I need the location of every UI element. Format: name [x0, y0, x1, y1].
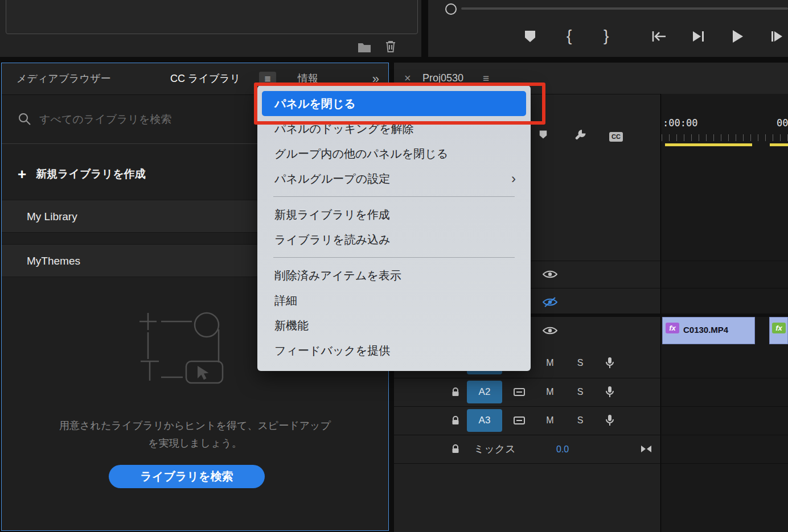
menu-item-panel-group-settings[interactable]: パネルグループの設定 ›	[257, 166, 531, 191]
plus-icon: +	[18, 154, 26, 194]
hint-line-2: を実現しましょう。	[2, 435, 388, 452]
track-badge-a3[interactable]: A3	[467, 409, 502, 432]
fx-badge-icon: fx	[666, 323, 679, 333]
microphone-icon	[605, 362, 615, 372]
closed-captions-icon[interactable]: CC	[609, 132, 623, 142]
step-forward-button[interactable]	[770, 30, 787, 46]
step-forward-icon	[770, 35, 787, 45]
track-a1-voiceover[interactable]	[605, 356, 615, 372]
step-back-icon	[691, 35, 705, 45]
create-library-label: 新規ライブラリを作成	[36, 154, 146, 194]
toggle-track-v1-visibility[interactable]	[543, 325, 557, 338]
ruler-timecode[interactable]: :00:00	[663, 117, 697, 129]
render-bar-yellow-2	[770, 143, 788, 146]
mix-gain-value[interactable]: 0.0	[556, 443, 569, 456]
search-libraries-button[interactable]: ライブラリを検索	[109, 465, 265, 488]
eye-icon	[543, 271, 557, 281]
render-bar-yellow	[665, 143, 752, 146]
project-panel-footer	[0, 0, 421, 57]
track-a2-source-patch[interactable]	[514, 387, 525, 399]
lock-icon	[451, 418, 460, 427]
go-to-in-button[interactable]	[650, 30, 667, 46]
menu-item-close-other-panels[interactable]: グループ内の他のパネルを閉じる	[257, 141, 531, 166]
tab-cc-libraries[interactable]: CC ライブラリ	[170, 63, 240, 94]
timeline-clip-c0130[interactable]: fx C0130.MP4	[662, 317, 755, 344]
menu-item-create-new-library[interactable]: 新規ライブラリを作成	[257, 202, 531, 227]
menu-separator	[273, 196, 515, 197]
panel-context-menu: パネルを閉じる パネルのドッキングを解除 グループ内の他のパネルを閉じる パネル…	[257, 85, 531, 371]
mix-keyframe-navigator[interactable]	[640, 444, 652, 456]
timeline-lane-area[interactable]	[660, 94, 788, 532]
go-to-in-icon	[650, 35, 667, 45]
marker-icon	[538, 131, 548, 141]
track-a2-voiceover[interactable]	[605, 385, 615, 401]
toggle-track-v2-visibility[interactable]	[543, 297, 557, 310]
submenu-arrow-icon: ›	[511, 166, 516, 191]
folder-icon	[357, 41, 372, 56]
trash-icon	[385, 40, 396, 56]
timeline-ruler[interactable]	[662, 134, 788, 141]
play-button[interactable]	[730, 29, 744, 46]
tab-media-browser[interactable]: メディアブラウザー	[17, 63, 110, 94]
track-a3-solo[interactable]: S	[574, 415, 586, 426]
timeline-add-marker-button[interactable]	[538, 130, 548, 142]
library-hint-text: 用意されたライブラリからヒントを得て、スピードアップ を実現しましょう。	[2, 417, 388, 452]
monitor-transport-bar: { }	[428, 0, 788, 57]
mark-in-button[interactable]: {	[567, 27, 572, 44]
menu-separator	[273, 257, 515, 258]
track-a3-lock[interactable]	[451, 415, 460, 428]
delete-button[interactable]	[383, 40, 399, 55]
lock-icon	[451, 389, 460, 399]
hint-line-1: 用意されたライブラリからヒントを得て、スピードアップ	[2, 417, 388, 435]
timeline-clip-partial[interactable]: fx	[769, 317, 788, 344]
zoom-scrollbar-knob[interactable]	[445, 3, 457, 15]
track-a1-mute[interactable]: M	[544, 357, 556, 369]
eye-icon	[543, 328, 557, 337]
track-a3-source-patch[interactable]	[514, 416, 525, 427]
track-badge-a2[interactable]: A2	[467, 381, 502, 403]
fx-badge-icon: fx	[772, 323, 786, 333]
play-icon	[730, 36, 744, 46]
lock-icon	[451, 446, 460, 456]
menu-item-provide-feedback[interactable]: フィードバックを提供	[257, 338, 531, 363]
track-separator	[394, 435, 788, 435]
clip-name: C0130.MP4	[683, 325, 728, 335]
ruler-timecode-right: 00	[777, 117, 788, 129]
mix-track-lock[interactable]	[451, 444, 460, 456]
zoom-scrollbar[interactable]	[461, 7, 788, 10]
timeline-settings-button[interactable]	[574, 129, 586, 143]
menu-item-undock-panel[interactable]: パネルのドッキングを解除	[257, 116, 531, 141]
new-bin-button[interactable]	[356, 41, 372, 56]
menu-item-label: パネルグループの設定	[274, 172, 390, 185]
menu-item-import-library[interactable]: ライブラリを読み込み	[257, 227, 531, 252]
mark-out-button[interactable]: }	[604, 27, 609, 44]
panel-menu-button[interactable]: ≡	[259, 72, 276, 86]
add-marker-button[interactable]	[523, 30, 537, 46]
microphone-icon	[605, 391, 615, 401]
track-separator	[394, 463, 788, 464]
premiere-workspace: { }	[0, 0, 788, 532]
track-a2-lock[interactable]	[451, 387, 460, 399]
track-separator	[394, 378, 788, 378]
eye-off-icon	[543, 299, 557, 309]
track-a3-mute[interactable]: M	[544, 415, 556, 426]
menu-item-close-panel[interactable]: パネルを閉じる	[262, 91, 526, 116]
mix-track-label: ミックス	[474, 443, 516, 455]
source-patch-icon	[514, 389, 525, 398]
menu-item-details[interactable]: 詳細	[257, 288, 531, 313]
menu-item-show-deleted-items[interactable]: 削除済みアイテムを表示	[257, 263, 531, 288]
source-patch-icon	[514, 417, 525, 427]
wrench-icon	[574, 133, 586, 143]
track-a2-solo[interactable]: S	[574, 386, 586, 398]
toggle-track-v3-visibility[interactable]	[543, 269, 557, 282]
empty-state-illustration	[134, 307, 242, 400]
project-panel-content	[6, 0, 418, 34]
marker-icon	[523, 35, 537, 45]
track-a3-voiceover[interactable]	[605, 414, 615, 430]
search-icon	[18, 112, 31, 128]
menu-item-whats-new[interactable]: 新機能	[257, 313, 531, 338]
track-a1-solo[interactable]: S	[574, 357, 586, 369]
microphone-icon	[605, 419, 615, 429]
track-a2-mute[interactable]: M	[544, 386, 556, 398]
step-back-button[interactable]	[691, 30, 705, 46]
